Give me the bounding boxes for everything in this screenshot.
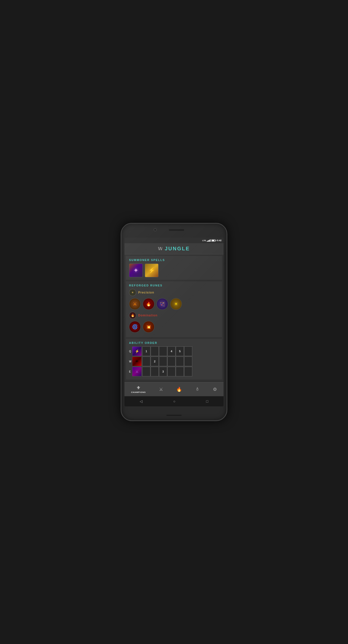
ability-row-e: E 3 <box>129 367 219 376</box>
nav-champions[interactable]: ⚜ CHAMPIONS <box>129 384 148 394</box>
tier-nav-icon: 🕯 <box>195 387 200 392</box>
summoner-spells-section: SUMMONER SPELLS <box>126 256 222 280</box>
precision-path-icon: ✦ <box>129 289 136 296</box>
phone-device: LTE 5:42 𝕎 <box>121 223 227 421</box>
e-cell-5 <box>176 367 184 376</box>
signal-strength-icon <box>207 239 211 242</box>
champions-nav-icon: ⚜ <box>136 385 140 391</box>
ear-speaker <box>169 229 184 231</box>
runes-title: REFORGED RUNES <box>129 284 219 287</box>
precision-path-header: ✦ Precision <box>129 289 219 296</box>
q-cell-1: 1 <box>142 346 150 356</box>
phone-screen: LTE 5:42 𝕎 <box>124 238 224 406</box>
q-ability-icon <box>132 346 142 356</box>
e-ability-icon <box>132 367 142 376</box>
rune-coup-de-grace[interactable] <box>170 298 182 310</box>
clock: 5:42 <box>217 239 222 242</box>
recents-button[interactable]: □ <box>206 399 208 403</box>
e-label-box: E <box>129 367 142 376</box>
w-cell-4 <box>167 357 176 366</box>
settings-nav-icon: ⚙ <box>213 387 217 392</box>
spell-smite-icon[interactable] <box>145 264 159 277</box>
e-cell-2 <box>151 367 159 376</box>
rune-sudden-impact[interactable] <box>129 321 141 333</box>
page-title: JUNGLE <box>165 246 190 252</box>
q-cell-2 <box>151 346 159 356</box>
precision-rune-row <box>129 298 219 310</box>
power-button[interactable] <box>227 264 227 277</box>
domination-rune-row <box>129 321 219 333</box>
rune-fleet-footwork[interactable] <box>156 298 168 310</box>
home-button[interactable]: ○ <box>173 399 175 403</box>
guides-nav-icon: 🔥 <box>176 387 182 392</box>
page-header: 𝕎 JUNGLE <box>124 243 224 254</box>
status-icons: LTE 5:42 <box>202 239 222 242</box>
battery-icon <box>211 239 216 242</box>
precision-path-name: Precision <box>138 291 154 294</box>
domination-symbol: 🔥 <box>131 314 135 317</box>
bottom-speaker <box>166 415 182 416</box>
signal-bar-2 <box>208 240 209 242</box>
e-cell-1 <box>142 367 150 376</box>
e-ability-cells: 3 <box>142 367 219 376</box>
lte-indicator: LTE <box>202 239 206 242</box>
domination-path-header: 🔥 Domination <box>129 312 219 319</box>
jungle-icon: 𝕎 <box>158 246 163 251</box>
reforged-runes-section: REFORGED RUNES ✦ Precision <box>126 281 222 337</box>
main-content: 𝕎 JUNGLE SUMMONER SPELLS REFORGED RUNES … <box>124 243 224 382</box>
w-cell-1 <box>142 357 150 366</box>
ability-row-w: W 2 <box>129 357 219 366</box>
q-cell-5: 5 <box>176 346 184 356</box>
summoner-spells-title: SUMMONER SPELLS <box>129 258 219 262</box>
domination-path-name: Domination <box>138 314 157 317</box>
battery-tip <box>216 240 216 241</box>
rune-conqueror[interactable] <box>143 298 154 310</box>
q-cell-6 <box>184 346 192 356</box>
q-ability-cells: 1 4 5 <box>142 346 219 356</box>
signal-bar-3 <box>209 240 210 242</box>
q-letter: Q <box>129 350 132 353</box>
spell-row <box>129 264 219 277</box>
front-camera <box>154 228 157 231</box>
e-cell-6 <box>184 367 192 376</box>
signal-bar-4 <box>210 239 211 242</box>
w-cell-5 <box>176 357 184 366</box>
battery-body <box>211 239 215 242</box>
q-cell-4: 4 <box>167 346 176 356</box>
nav-tier[interactable]: 🕯 <box>193 386 202 393</box>
volume-up-button[interactable] <box>121 259 121 268</box>
rune-lethal-tempo[interactable] <box>129 298 141 310</box>
ability-order-section: ABILITY ORDER Q 1 4 5 <box>126 339 222 379</box>
volume-down-button[interactable] <box>121 271 121 280</box>
q-label-box: Q <box>129 346 142 356</box>
ability-row-q: Q 1 4 5 <box>129 346 219 356</box>
w-cell-3 <box>159 357 167 366</box>
e-letter: E <box>129 370 132 373</box>
status-bar: LTE 5:42 <box>124 238 224 243</box>
w-cell-2: 2 <box>151 357 159 366</box>
system-navigation: ◁ ○ □ <box>124 396 224 406</box>
builds-nav-icon: ⚔ <box>159 387 163 392</box>
w-label-box: W <box>129 357 142 366</box>
domination-path-icon: 🔥 <box>129 312 136 319</box>
ability-order-title: ABILITY ORDER <box>129 341 219 344</box>
back-button[interactable]: ◁ <box>140 399 143 403</box>
nav-settings[interactable]: ⚙ <box>211 386 219 393</box>
e-cell-4 <box>167 367 176 376</box>
champions-nav-label: CHAMPIONS <box>131 391 146 393</box>
w-ability-icon <box>132 357 142 366</box>
spell-flash-icon[interactable] <box>129 264 143 277</box>
w-cell-6 <box>184 357 192 366</box>
q-cell-3 <box>159 346 167 356</box>
w-letter: W <box>129 360 132 363</box>
precision-symbol: ✦ <box>131 291 134 294</box>
nav-guides[interactable]: 🔥 <box>174 386 184 393</box>
nav-builds[interactable]: ⚔ <box>157 386 165 393</box>
signal-bar-1 <box>207 241 208 242</box>
battery-fill <box>212 240 214 241</box>
bottom-navigation: ⚜ CHAMPIONS ⚔ 🔥 🕯 ⚙ <box>124 382 224 396</box>
w-ability-cells: 2 <box>142 357 219 366</box>
rune-eyeball-collection[interactable] <box>143 321 154 333</box>
ability-grid: Q 1 4 5 <box>129 346 219 376</box>
e-cell-3: 3 <box>159 367 167 376</box>
